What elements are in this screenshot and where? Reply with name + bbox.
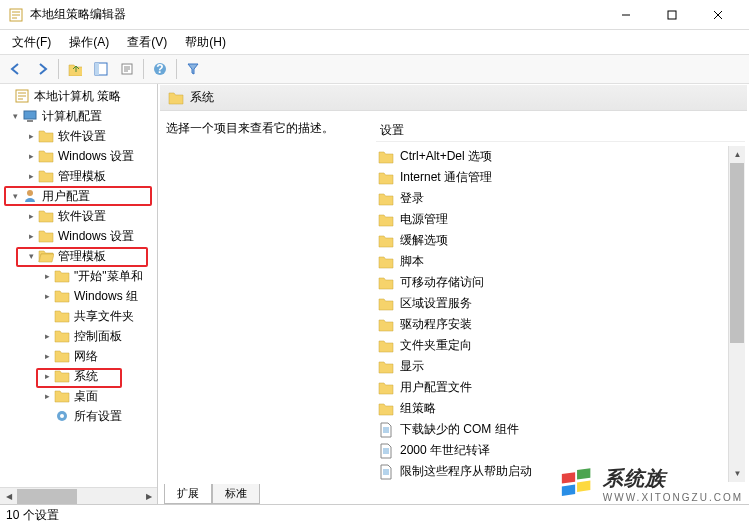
details-header-title: 系统 bbox=[190, 89, 214, 106]
settings-list: Ctrl+Alt+Del 选项 Internet 通信管理 登录 电源管理 缓解… bbox=[376, 146, 745, 482]
tab-extended[interactable]: 扩展 bbox=[164, 484, 212, 504]
window-title: 本地组策略编辑器 bbox=[30, 6, 603, 23]
tree-uc-wincomp[interactable]: ▸Windows 组 bbox=[0, 286, 157, 306]
list-item-label: 显示 bbox=[400, 358, 424, 375]
menu-view[interactable]: 查看(V) bbox=[119, 32, 175, 53]
folder-icon bbox=[38, 208, 54, 224]
tree-uc-cpanel[interactable]: ▸控制面板 bbox=[0, 326, 157, 346]
vertical-scrollbar[interactable]: ▲ ▼ bbox=[728, 146, 745, 482]
watermark-logo-icon bbox=[559, 465, 597, 503]
list-item-label: 缓解选项 bbox=[400, 232, 448, 249]
folder-icon bbox=[38, 128, 54, 144]
tree-uc-network[interactable]: ▸网络 bbox=[0, 346, 157, 366]
list-item[interactable]: 下载缺少的 COM 组件 bbox=[376, 419, 745, 440]
tree-uc-admin[interactable]: ▾管理模板 bbox=[0, 246, 157, 266]
forward-button[interactable] bbox=[30, 57, 54, 81]
folder-icon bbox=[38, 168, 54, 184]
list-item-label: 可移动存储访问 bbox=[400, 274, 484, 291]
tree-uc-software[interactable]: ▸软件设置 bbox=[0, 206, 157, 226]
folder-icon bbox=[54, 308, 70, 324]
menu-action[interactable]: 操作(A) bbox=[61, 32, 117, 53]
tree-cc-windows[interactable]: ▸Windows 设置 bbox=[0, 146, 157, 166]
tree-label: 用户配置 bbox=[42, 188, 90, 205]
help-button[interactable]: ? bbox=[148, 57, 172, 81]
list-item[interactable]: 登录 bbox=[376, 188, 745, 209]
list-item[interactable]: 文件夹重定向 bbox=[376, 335, 745, 356]
tree-uc-allsettings[interactable]: 所有设置 bbox=[0, 406, 157, 426]
scroll-right-icon[interactable]: ▶ bbox=[140, 488, 157, 504]
menu-file[interactable]: 文件(F) bbox=[4, 32, 59, 53]
tree-uc-system[interactable]: ▸系统 bbox=[0, 366, 157, 386]
svg-text:?: ? bbox=[156, 62, 163, 76]
tree-uc-desktop[interactable]: ▸桌面 bbox=[0, 386, 157, 406]
scrollbar-thumb[interactable] bbox=[730, 163, 744, 343]
list-item-label: Internet 通信管理 bbox=[400, 169, 492, 186]
scrollbar-thumb[interactable] bbox=[17, 489, 77, 504]
folder-icon bbox=[378, 254, 394, 270]
filter-button[interactable] bbox=[181, 57, 205, 81]
doc-icon bbox=[14, 88, 30, 104]
tree-label: 软件设置 bbox=[58, 128, 106, 145]
gear-icon bbox=[54, 408, 70, 424]
tree-cc-admin[interactable]: ▸管理模板 bbox=[0, 166, 157, 186]
list-item[interactable]: 电源管理 bbox=[376, 209, 745, 230]
list-item[interactable]: 2000 年世纪转译 bbox=[376, 440, 745, 461]
tree-label: 共享文件夹 bbox=[74, 308, 134, 325]
list-item[interactable]: Ctrl+Alt+Del 选项 bbox=[376, 146, 745, 167]
list-item-label: 脚本 bbox=[400, 253, 424, 270]
folder-icon bbox=[38, 228, 54, 244]
tree-label: 网络 bbox=[74, 348, 98, 365]
list-item[interactable]: 缓解选项 bbox=[376, 230, 745, 251]
tree-computer-config[interactable]: ▾计算机配置 bbox=[0, 106, 157, 126]
tree-label: 本地计算机 策略 bbox=[34, 88, 121, 105]
app-icon bbox=[8, 7, 24, 23]
show-hide-tree-button[interactable] bbox=[89, 57, 113, 81]
tree-label: 管理模板 bbox=[58, 248, 106, 265]
list-item[interactable]: 显示 bbox=[376, 356, 745, 377]
svg-rect-15 bbox=[577, 481, 590, 492]
list-item[interactable]: 用户配置文件 bbox=[376, 377, 745, 398]
tree-label: "开始"菜单和 bbox=[74, 268, 143, 285]
list-item[interactable]: 可移动存储访问 bbox=[376, 272, 745, 293]
list-item-label: 驱动程序安装 bbox=[400, 316, 472, 333]
folder-icon bbox=[378, 212, 394, 228]
scroll-up-icon[interactable]: ▲ bbox=[729, 146, 745, 163]
tree-uc-windows[interactable]: ▸Windows 设置 bbox=[0, 226, 157, 246]
list-item[interactable]: 组策略 bbox=[376, 398, 745, 419]
tree-user-config[interactable]: ▾用户配置 bbox=[0, 186, 157, 206]
svg-rect-13 bbox=[577, 468, 590, 479]
close-button[interactable] bbox=[695, 0, 741, 30]
column-header-setting[interactable]: 设置 bbox=[376, 120, 745, 142]
list-item-label: Ctrl+Alt+Del 选项 bbox=[400, 148, 492, 165]
tree-horizontal-scrollbar[interactable]: ◀ ▶ bbox=[0, 487, 157, 504]
properties-button[interactable] bbox=[115, 57, 139, 81]
settings-list-column: 设置 Ctrl+Alt+Del 选项 Internet 通信管理 登录 电源管理… bbox=[376, 120, 745, 482]
list-item-label: 限制这些程序从帮助启动 bbox=[400, 463, 532, 480]
list-item[interactable]: 驱动程序安装 bbox=[376, 314, 745, 335]
scroll-left-icon[interactable]: ◀ bbox=[0, 488, 17, 504]
menu-help[interactable]: 帮助(H) bbox=[177, 32, 234, 53]
folder-icon bbox=[378, 233, 394, 249]
tree-root[interactable]: 本地计算机 策略 bbox=[0, 86, 157, 106]
minimize-button[interactable] bbox=[603, 0, 649, 30]
list-item[interactable]: 区域设置服务 bbox=[376, 293, 745, 314]
list-item[interactable]: Internet 通信管理 bbox=[376, 167, 745, 188]
list-item[interactable]: 脚本 bbox=[376, 251, 745, 272]
back-button[interactable] bbox=[4, 57, 28, 81]
folder-icon bbox=[378, 149, 394, 165]
tree-uc-start[interactable]: ▸"开始"菜单和 bbox=[0, 266, 157, 286]
tab-standard[interactable]: 标准 bbox=[212, 484, 260, 504]
svg-rect-5 bbox=[668, 11, 676, 19]
toolbar: ? bbox=[0, 54, 749, 84]
tree-uc-share[interactable]: 共享文件夹 bbox=[0, 306, 157, 326]
details-header: 系统 bbox=[160, 85, 747, 111]
file-icon bbox=[378, 422, 394, 438]
maximize-button[interactable] bbox=[649, 0, 695, 30]
folder-icon bbox=[378, 275, 394, 291]
folder-icon bbox=[54, 368, 70, 384]
up-button[interactable] bbox=[63, 57, 87, 81]
folder-icon bbox=[378, 191, 394, 207]
list-item-label: 用户配置文件 bbox=[400, 379, 472, 396]
list-item-label: 文件夹重定向 bbox=[400, 337, 472, 354]
tree-cc-software[interactable]: ▸软件设置 bbox=[0, 126, 157, 146]
